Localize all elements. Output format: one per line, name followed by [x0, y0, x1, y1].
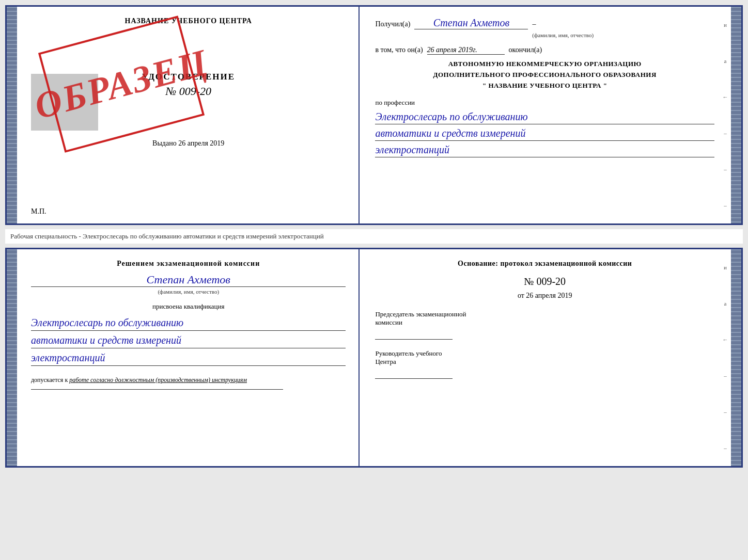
cert-number: № 009-20: [165, 85, 211, 98]
vydano-line: Выдано 26 апреля 2019: [152, 139, 224, 148]
rukovoditel-line2: Центра: [375, 358, 714, 366]
bottom-left-panel: Решением экзаменационной комиссии Степан…: [18, 249, 360, 466]
poluchil-dash: –: [532, 20, 536, 28]
ot-date-bottom: от 26 апреля 2019: [375, 292, 714, 300]
org-line3: " НАЗВАНИЕ УЧЕБНОГО ЦЕНТРА ": [375, 81, 714, 91]
dopuskaetsya-block: допускается к работе согласно должностны…: [31, 376, 346, 384]
rukovoditel-line1: Руководитель учебного: [375, 349, 714, 358]
predsedatel-block: Председатель экзаменационной комиссии: [375, 310, 714, 342]
ot-label: от: [518, 292, 524, 299]
binding-right-bottom: [731, 249, 741, 466]
side-decorations-right-bottom: и а ← – – –: [721, 249, 730, 466]
predsedatel-line1: Председатель экзаменационной: [375, 310, 714, 318]
fio-hint-bottom: (фамилия, имя, отчество): [31, 289, 346, 295]
org-block: АВТОНОМНУЮ НЕКОММЕРЧЕСКУЮ ОРГАНИЗАЦИЮ ДО…: [375, 59, 714, 91]
kvalif-line1: Электрослесарь по обслуживанию: [31, 315, 346, 331]
rukovoditel-block: Руководитель учебного Центра: [375, 349, 714, 381]
protocol-number: № 009-20: [375, 276, 714, 287]
vtom-line: в том, что он(а) 26 апреля 2019г. окончи…: [375, 46, 714, 55]
bottom-right-panel: Основание: протокол экзаменационной коми…: [360, 249, 730, 466]
poluchil-line: Получил(а) Степан Ахметов –: [375, 17, 714, 29]
kvalif-line2: автоматики и средств измерений: [31, 332, 346, 348]
dopusk-text: работе согласно должностным (производств…: [69, 376, 247, 383]
photo-placeholder: [31, 74, 98, 131]
person-name-bottom: Степан Ахметов: [31, 273, 346, 287]
rukovoditel-signature: [375, 369, 453, 379]
fio-hint-top: (фамилия, имя, отчество): [411, 32, 714, 38]
binding-right: [731, 7, 741, 223]
top-left-panel: НАЗВАНИЕ УЧЕБНОГО ЦЕНТРА УДОСТОВЕРЕНИЕ №…: [18, 7, 360, 223]
okonchil-label: окончил(а): [509, 46, 542, 54]
center-name-top: НАЗВАНИЕ УЧЕБНОГО ЦЕНТРА: [125, 17, 252, 25]
vydano-label: Выдано: [152, 139, 177, 147]
vtom-date: 26 апреля 2019г.: [427, 46, 505, 55]
poluchil-label: Получил(а): [375, 20, 410, 28]
kvalif-line3: электростанций: [31, 350, 346, 366]
profession-line1: Электрослесарь по обслуживанию: [375, 109, 714, 124]
mp-line: М.П.: [31, 207, 46, 216]
prisvoena-line: присвоена квалификация: [31, 302, 346, 311]
profession-line3: электростанций: [375, 142, 714, 157]
vydano-date: 26 апреля 2019: [178, 139, 224, 147]
dopusk-label: допускается к: [31, 376, 68, 383]
org-line1: АВТОНОМНУЮ НЕКОММЕРЧЕСКУЮ ОРГАНИЗАЦИЮ: [375, 59, 714, 70]
vtom-label: в том, что он(а): [375, 46, 423, 54]
side-decorations-right: и а ← – – –: [721, 7, 730, 223]
org-line2: ДОПОЛНИТЕЛЬНОГО ПРОФЕССИОНАЛЬНОГО ОБРАЗО…: [375, 70, 714, 81]
profession-line2: автоматики и средств измерений: [375, 126, 714, 141]
middle-text: Рабочая специальность - Электрослесарь п…: [5, 229, 743, 244]
predsedatel-signature: [375, 329, 453, 340]
ot-date-value: 26 апреля 2019: [526, 292, 572, 299]
predsedatel-line2: комиссии: [375, 318, 714, 327]
resheniyem-line: Решением экзаменационной комиссии: [31, 260, 346, 268]
top-right-panel: Получил(а) Степан Ахметов – (фамилия, им…: [360, 7, 730, 223]
binding-left: [7, 7, 17, 223]
binding-left-bottom: [7, 249, 17, 466]
po-professii-label: по профессии: [375, 99, 714, 107]
udostoverenie-label: УДОСТОВЕРЕНИЕ: [142, 72, 235, 82]
osnovaniye-line: Основание: протокол экзаменационной коми…: [375, 260, 714, 268]
poluchil-name: Степан Ахметов: [414, 17, 528, 29]
